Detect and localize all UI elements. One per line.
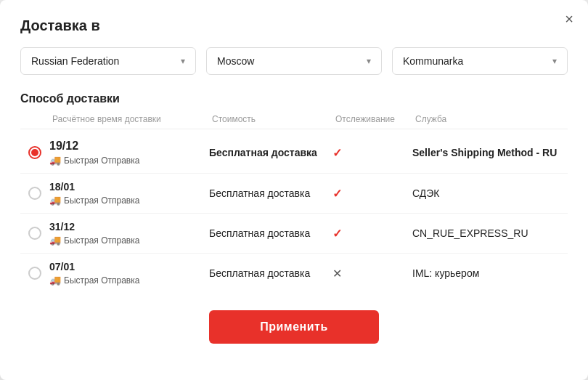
shipping-service: СДЭК (412, 187, 568, 199)
district-dropdown[interactable]: Kommunarka ▾ (392, 47, 568, 75)
shipping-option-opt1[interactable]: 19/12🚚 Быстрая ОтправкаБесплатная достав… (20, 132, 568, 174)
chevron-down-icon: ▾ (367, 56, 371, 66)
modal-title: Доставка в (20, 17, 568, 34)
delivery-type: 🚚 Быстрая Отправка (49, 155, 209, 166)
shipping-option-opt2[interactable]: 18/01🚚 Быстрая ОтправкаБесплатная достав… (20, 174, 568, 214)
tracking-indicator: ✕ (332, 267, 412, 280)
table-header: Расчётное время доставки Стоимость Отсле… (20, 114, 568, 129)
check-icon: ✓ (332, 227, 342, 240)
cross-icon: ✕ (332, 267, 342, 280)
country-dropdown[interactable]: Russian Federation ▾ (20, 47, 196, 75)
district-value: Kommunarka (403, 55, 463, 67)
delivery-date: 19/12 (49, 140, 209, 153)
delivery-date: 07/01 (49, 261, 209, 272)
city-value: Moscow (217, 55, 254, 67)
radio-button-opt3[interactable] (28, 227, 41, 240)
delivery-date: 31/12 (49, 221, 209, 233)
tracking-indicator: ✓ (332, 187, 412, 201)
shipping-cost: Бесплатная доставка (209, 267, 332, 279)
col-cost: Стоимость (209, 114, 332, 124)
shipping-cost: Бесплатная доставка (209, 187, 332, 199)
radio-button-opt4[interactable] (28, 267, 41, 280)
check-icon: ✓ (332, 147, 342, 159)
close-button[interactable]: × (565, 12, 573, 26)
radio-button-opt2[interactable] (28, 187, 41, 200)
col-time: Расчётное время доставки (49, 114, 209, 124)
country-value: Russian Federation (31, 55, 119, 67)
shipping-option-opt4[interactable]: 07/01🚚 Быстрая ОтправкаБесплатная достав… (20, 254, 568, 293)
shipping-cost: Бесплатная доставка (209, 147, 332, 158)
truck-icon: 🚚 (49, 275, 61, 286)
delivery-date: 18/01 (49, 181, 209, 193)
radio-button-opt1[interactable] (28, 146, 41, 159)
chevron-down-icon: ▾ (552, 56, 557, 66)
check-icon: ✓ (332, 187, 342, 200)
shipping-list: 19/12🚚 Быстрая ОтправкаБесплатная достав… (20, 132, 568, 293)
truck-icon: 🚚 (49, 195, 61, 206)
delivery-type: 🚚 Быстрая Отправка (49, 275, 209, 286)
col-tracking: Отслеживание (332, 114, 412, 124)
delivery-type: 🚚 Быстрая Отправка (49, 235, 209, 246)
shipping-service: Seller's Shipping Method - RU (412, 147, 568, 158)
city-dropdown[interactable]: Moscow ▾ (206, 47, 382, 75)
shipping-service: CN_RUE_EXPRESS_RU (412, 227, 568, 239)
delivery-modal: × Доставка в Russian Federation ▾ Moscow… (0, 0, 588, 380)
truck-icon: 🚚 (49, 155, 61, 166)
shipping-option-opt3[interactable]: 31/12🚚 Быстрая ОтправкаБесплатная достав… (20, 214, 568, 254)
truck-icon: 🚚 (49, 235, 61, 246)
section-title: Способ доставки (20, 92, 568, 105)
apply-btn-row: Применить (20, 310, 568, 344)
shipping-cost: Бесплатная доставка (209, 227, 332, 239)
delivery-type: 🚚 Быстрая Отправка (49, 195, 209, 206)
apply-button[interactable]: Применить (209, 310, 379, 344)
col-service: Служба (412, 114, 568, 124)
shipping-service: IML: курьером (412, 267, 568, 279)
chevron-down-icon: ▾ (181, 56, 185, 66)
tracking-indicator: ✓ (332, 227, 412, 240)
tracking-indicator: ✓ (332, 146, 412, 160)
dropdowns-row: Russian Federation ▾ Moscow ▾ Kommunarka… (20, 47, 568, 75)
